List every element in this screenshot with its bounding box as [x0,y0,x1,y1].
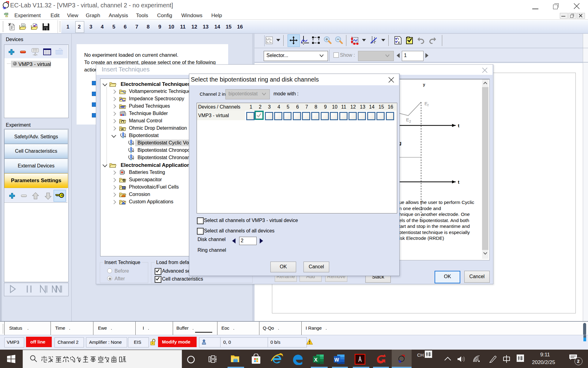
svg-text:X: X [314,357,318,363]
svg-text:I: I [398,37,399,40]
svg-text:E: E [398,41,400,44]
svg-text:W: W [334,357,339,362]
svg-text:iR: iR [121,128,124,131]
